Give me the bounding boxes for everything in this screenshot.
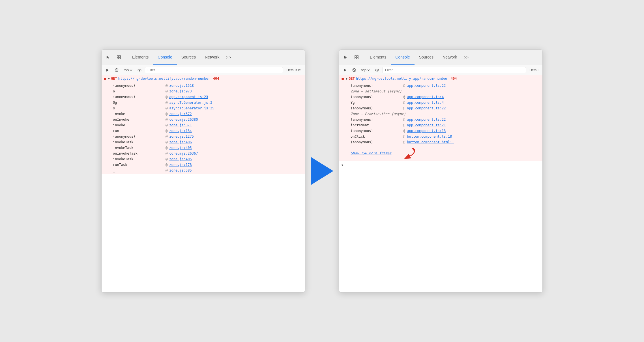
svg-rect-9 — [355, 56, 356, 57]
right-console-prompt[interactable]: > — [339, 161, 542, 169]
prompt-chevron: > — [342, 163, 344, 167]
right-devtools-panel: Elements Console Sources Network >> top — [339, 49, 543, 293]
right-tab-console[interactable]: Console — [391, 50, 414, 65]
left-error-expand[interactable]: ▼ — [108, 77, 110, 81]
stack-link[interactable]: zone.js:405 — [169, 146, 192, 150]
left-error-url[interactable]: https://ng-devtools.netlify.app/random-n… — [118, 77, 210, 81]
main-container: Elements Console Sources Network >> top — [0, 0, 644, 342]
stack-link[interactable]: zone.js:405 — [169, 157, 192, 161]
left-stack-row: _ @ zone.js:585 — [102, 168, 305, 173]
left-cursor-icon-btn[interactable] — [104, 53, 112, 62]
left-stack-row: invokeTask @ zone.js:406 — [102, 139, 305, 145]
left-tab-sources[interactable]: Sources — [177, 50, 200, 65]
stack-link[interactable]: core.mjs:26367 — [169, 151, 198, 155]
right-run-btn[interactable] — [342, 66, 349, 74]
stack-link[interactable]: button.component.html:1 — [407, 140, 454, 144]
stack-link[interactable]: button.component.ts:18 — [407, 135, 452, 138]
stack-name: invokeTask — [113, 146, 164, 150]
stack-link[interactable]: zone.js:371 — [169, 123, 192, 127]
blue-arrow — [311, 157, 333, 185]
stack-link[interactable]: app.component.ts:23 — [407, 84, 446, 88]
stack-at: @ — [403, 84, 405, 88]
inspect-icon — [354, 55, 359, 60]
stack-link[interactable]: app.component.ts:21 — [407, 123, 446, 127]
arrow-container — [305, 157, 339, 185]
left-tab-more[interactable]: >> — [224, 55, 233, 60]
cursor-icon — [344, 55, 348, 60]
run-icon — [106, 68, 110, 72]
right-eye-btn[interactable] — [373, 66, 381, 74]
right-error-expand[interactable]: ▼ — [345, 77, 347, 81]
svg-rect-1 — [119, 56, 121, 57]
right-filter-input[interactable] — [383, 67, 526, 73]
left-stack-row: run @ zone.js:134 — [102, 128, 305, 134]
stack-link[interactable]: zone.js:1275 — [169, 135, 194, 138]
right-console-content: ● ▼ GET https://ng-devtools.netlify.app/… — [339, 75, 542, 292]
left-top-dropdown[interactable]: top — [122, 67, 134, 73]
stack-link[interactable]: asyncToGenerator.js:25 — [169, 106, 214, 110]
left-tab-console[interactable]: Console — [153, 50, 177, 65]
left-filter-input[interactable] — [145, 67, 283, 73]
stack-at: @ — [166, 140, 168, 144]
right-tab-network[interactable]: Network — [438, 50, 461, 65]
right-stack-row: (anonymous) @ app.component.ts:22 — [339, 117, 542, 122]
left-stack-row: Qg @ asyncToGenerator.js:3 — [102, 100, 305, 105]
right-error-url[interactable]: https://ng-devtools.netlify.app/random-n… — [356, 77, 448, 81]
right-tab-more[interactable]: >> — [461, 55, 471, 60]
right-stack-row: Zone — Promise.then (async) — [339, 111, 542, 117]
left-stack-trace: (anonymous) @ zone.js:1518 o. @ zone.js:… — [102, 82, 305, 174]
right-tab-icons — [342, 53, 361, 62]
stack-link[interactable]: zone.js:372 — [169, 112, 192, 116]
stack-link[interactable]: zone.js:406 — [169, 140, 192, 144]
left-error-block: ● ▼ GET https://ng-devtools.netlify.app/… — [102, 75, 305, 174]
stack-at: @ — [403, 101, 405, 105]
svg-line-6 — [115, 69, 118, 71]
stack-link[interactable]: zone.js:1518 — [169, 84, 194, 88]
stack-link[interactable]: asyncToGenerator.js:3 — [169, 101, 212, 105]
left-eye-btn[interactable] — [136, 66, 143, 74]
stack-link[interactable]: zone.js:973 — [169, 89, 192, 93]
right-error-method: GET — [349, 77, 355, 81]
stack-name: (anonymous) — [351, 140, 402, 144]
stack-link[interactable]: app.component.ts:23 — [169, 95, 208, 99]
stack-name: s — [113, 106, 164, 110]
right-tab-elements[interactable]: Elements — [365, 50, 391, 65]
left-default-level: Default le — [285, 68, 302, 72]
right-tab-sources[interactable]: Sources — [415, 50, 438, 65]
stack-link[interactable]: zone.js:585 — [169, 168, 192, 172]
left-ban-btn[interactable] — [113, 66, 120, 74]
run-icon — [343, 68, 347, 72]
left-devtools-panel: Elements Console Sources Network >> top — [101, 49, 305, 293]
stack-name: increment — [351, 123, 402, 127]
right-stack-row: Yg @ app.component.ts:4 — [339, 100, 542, 105]
show-more-frames-link[interactable]: Show 156 more frames — [351, 151, 392, 155]
right-error-status: 404 — [451, 77, 457, 81]
left-error-status: 404 — [213, 77, 219, 81]
right-inspect-icon-btn[interactable] — [352, 53, 361, 62]
right-stack-row: (anonymous) @ app.component.ts:22 — [339, 105, 542, 111]
left-error-dot: ● — [104, 76, 106, 81]
right-stack-row: increment @ app.component.ts:21 — [339, 122, 542, 128]
stack-at: @ — [403, 95, 405, 99]
ban-icon — [352, 68, 356, 72]
stack-link[interactable]: zone.js:178 — [169, 163, 192, 167]
left-inspect-icon-btn[interactable] — [115, 53, 123, 62]
right-cursor-icon-btn[interactable] — [342, 53, 350, 62]
right-top-dropdown[interactable]: top — [360, 67, 372, 73]
stack-link[interactable]: zone.js:134 — [169, 129, 192, 133]
stack-link[interactable]: app.component.ts:13 — [407, 129, 446, 133]
stack-link[interactable]: core.mjs:26380 — [169, 118, 198, 122]
left-tab-elements[interactable]: Elements — [128, 50, 153, 65]
svg-point-17 — [377, 70, 378, 71]
stack-link[interactable]: app.component.ts:22 — [407, 118, 446, 122]
right-ban-btn[interactable] — [351, 66, 358, 74]
stack-name: (anonymous) — [351, 95, 402, 99]
stack-link[interactable]: app.component.ts:4 — [407, 101, 444, 105]
left-stack-row: (anonymous) @ zone.js:1275 — [102, 134, 305, 139]
left-run-btn[interactable] — [104, 66, 111, 74]
stack-name: runTask — [113, 163, 164, 167]
stack-link[interactable]: app.component.ts:22 — [407, 106, 446, 110]
left-tab-network[interactable]: Network — [200, 50, 224, 65]
stack-at: @ — [403, 106, 405, 110]
stack-link[interactable]: app.component.ts:4 — [407, 95, 444, 99]
